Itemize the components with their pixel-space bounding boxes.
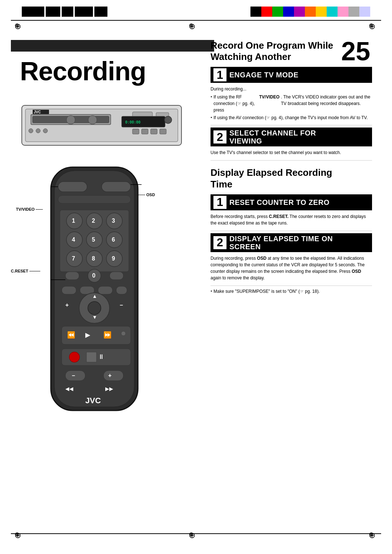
svg-rect-70 (65, 371, 85, 381)
svg-text:4: 4 (72, 236, 75, 243)
svg-text:▲: ▲ (92, 293, 97, 299)
color-yellow (316, 7, 327, 17)
step3-title: RESET COUNTER TO ZERO (229, 198, 330, 206)
svg-text:5: 5 (92, 236, 95, 243)
crosshair-bottom-center: ⊕ (189, 531, 197, 539)
step4-header: 2 DISPLAY ELAPSED TIME ON SCREEN (211, 233, 372, 252)
svg-text:6: 6 (112, 236, 115, 243)
step4-text: During recording, press OSD at any time … (211, 255, 372, 281)
step2-title: SELECT CHANNEL FOR VIEWING (229, 129, 316, 145)
svg-text:0: 0 (92, 272, 95, 279)
step1-title: ENGAGE TV MODE (229, 71, 298, 79)
step4-body: During recording, press OSD at any time … (211, 254, 372, 286)
svg-point-7 (36, 129, 40, 133)
svg-text:0:00:00: 0:00:00 (125, 120, 140, 124)
svg-text:–: – (72, 372, 75, 379)
black-block-2 (46, 7, 60, 17)
color-black (250, 7, 261, 17)
black-block-4 (75, 7, 93, 17)
bottom-rule (11, 533, 381, 534)
svg-point-67 (69, 352, 79, 362)
svg-text:2: 2 (92, 218, 95, 224)
crosshair-top-center: ⊕ (189, 22, 197, 31)
step2-header: 2 SELECT CHANNEL FOR VIEWING (211, 128, 372, 146)
svg-point-65 (121, 331, 126, 336)
step3-body: Before recording starts, press C.RESET. … (211, 212, 372, 231)
svg-rect-49 (110, 272, 123, 280)
remote-image: 1 2 3 4 5 6 7 8 9 0 + – (29, 163, 160, 418)
svg-rect-72 (103, 371, 123, 381)
svg-text:+: + (65, 302, 69, 308)
remote-svg: 1 2 3 4 5 6 7 8 9 0 + – (29, 163, 160, 418)
color-lightblue (359, 7, 370, 17)
section1-heading: Record One Program While Watching Anothe… (211, 40, 372, 62)
top-color-bar (250, 7, 370, 17)
svg-text:⏪: ⏪ (67, 331, 75, 339)
step1-body: During recording... If using the RF conn… (211, 84, 372, 125)
svg-rect-17 (151, 129, 157, 134)
step2-select-channel: 2 SELECT CHANNEL FOR VIEWING Use the TV'… (211, 128, 372, 161)
svg-rect-46 (65, 272, 79, 280)
color-blue (283, 7, 294, 17)
svg-text:▼: ▼ (92, 314, 97, 320)
svg-text:◀◀: ◀◀ (65, 386, 73, 392)
color-gray (348, 7, 359, 17)
svg-text:+: + (108, 372, 111, 379)
black-block-3 (62, 7, 73, 17)
svg-text:7: 7 (72, 255, 75, 262)
step4-number: 2 (213, 236, 226, 249)
svg-rect-24 (58, 195, 131, 203)
dark-band (11, 40, 214, 52)
crosshair-bottom-left: ⊕ (15, 531, 23, 539)
svg-text:3: 3 (112, 218, 115, 224)
svg-text:1: 1 (72, 218, 75, 224)
step3-reset-counter: 1 RESET COUNTER TO ZERO Before recording… (211, 194, 372, 231)
crosshair-top-left: ⊕ (15, 22, 23, 31)
crosshair-bottom-right: ⊕ (369, 531, 377, 539)
color-purple (294, 7, 305, 17)
svg-rect-22 (58, 182, 87, 192)
svg-rect-51 (62, 286, 76, 294)
step3-header: 1 RESET COUNTER TO ZERO (211, 194, 372, 210)
svg-point-19 (164, 116, 172, 124)
svg-rect-68 (86, 352, 97, 362)
step3-number: 1 (213, 196, 226, 209)
svg-text:▶: ▶ (85, 331, 90, 339)
vcr-image: JVC 0:00:00 (20, 98, 183, 149)
step4-title: DISPLAY ELAPSED TIME ON SCREEN (229, 235, 333, 251)
vcr-svg: JVC 0:00:00 (20, 98, 183, 149)
svg-point-6 (29, 129, 33, 133)
top-rule (11, 20, 381, 21)
svg-rect-15 (132, 129, 139, 134)
step3-text: Before recording starts, press C.RESET. … (211, 213, 372, 226)
step1-bullet2: If using the AV connection (☞ pg. 4), ch… (211, 114, 372, 121)
svg-text:–: – (120, 302, 123, 308)
top-black-blocks (22, 7, 107, 17)
svg-text:JVC: JVC (85, 396, 101, 405)
section2-heading: Display Elapsed Recording Time (211, 167, 372, 190)
svg-rect-23 (102, 182, 131, 192)
step1-header: 1 ENGAGE TV MODE (211, 67, 372, 83)
step2-number: 2 (213, 130, 226, 143)
svg-rect-54 (116, 286, 127, 294)
svg-rect-53 (98, 286, 113, 294)
svg-point-8 (43, 129, 48, 133)
svg-point-10 (88, 116, 97, 124)
svg-text:⏩: ⏩ (103, 331, 112, 339)
svg-text:⏸: ⏸ (98, 353, 105, 360)
svg-point-56 (88, 302, 101, 315)
step1-bullet1: If using the RF connection (☞ pg. 4), pr… (211, 94, 372, 113)
color-pink (338, 7, 348, 17)
right-content: Record One Program While Watching Anothe… (211, 40, 372, 295)
svg-text:▶▶: ▶▶ (105, 386, 113, 392)
svg-point-9 (66, 116, 75, 124)
step1-engage-tv: 1 ENGAGE TV MODE During recording... If … (211, 67, 372, 125)
step2-body: Use the TV's channel selector to set the… (211, 148, 372, 161)
svg-rect-18 (160, 129, 166, 134)
step2-text: Use the TV's channel selector to set the… (211, 149, 372, 156)
step4-display-elapsed: 2 DISPLAY ELAPSED TIME ON SCREEN During … (211, 233, 372, 286)
recording-title: Recording (20, 56, 146, 86)
color-cyan (327, 7, 338, 17)
color-red (261, 7, 272, 17)
section2-heading-container: Display Elapsed Recording Time (211, 167, 372, 190)
